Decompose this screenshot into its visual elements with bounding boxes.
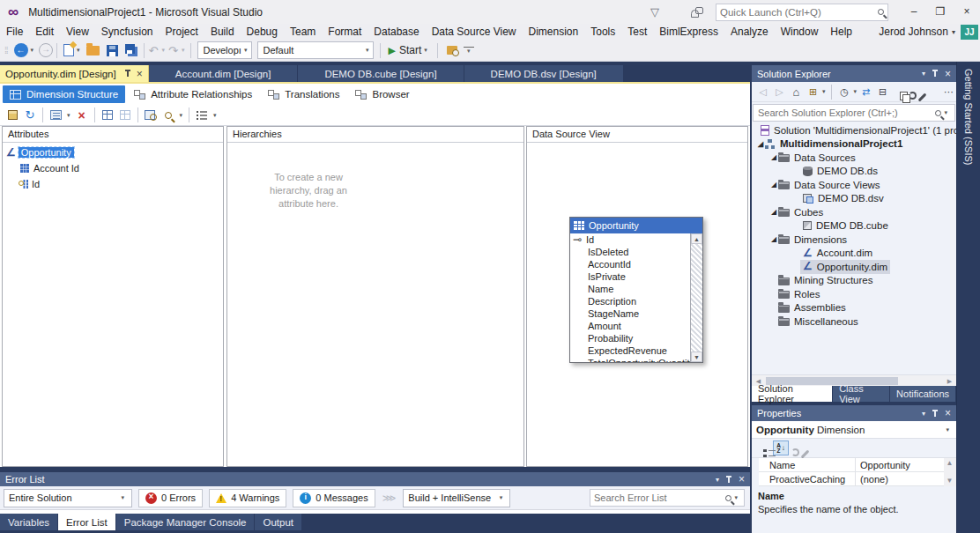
add-attribute-icon[interactable] bbox=[47, 107, 64, 124]
menu-test[interactable]: Test bbox=[621, 26, 653, 38]
tab-demo-db-dsv[interactable]: DEMO DB.dsv [Design] bbox=[464, 65, 624, 82]
tab-notifications[interactable]: Notifications bbox=[890, 386, 955, 402]
menu-dimension[interactable]: Dimension bbox=[523, 26, 585, 38]
explore-data-icon[interactable] bbox=[142, 107, 160, 124]
quick-launch-input[interactable] bbox=[720, 7, 878, 18]
menu-file[interactable]: File bbox=[0, 26, 29, 38]
pin-icon[interactable] bbox=[725, 476, 732, 484]
properties-scrollbar[interactable]: ▲ ▼ bbox=[944, 458, 956, 486]
menu-data-source-view[interactable]: Data Source View bbox=[426, 26, 523, 38]
tree-item-demo-db-cube[interactable]: DEMO DB.cube bbox=[752, 219, 956, 233]
forward-icon[interactable]: ▷ bbox=[772, 86, 787, 98]
window-position-dropdown-icon[interactable]: ▾ bbox=[716, 476, 719, 484]
menu-team[interactable]: Team bbox=[284, 26, 322, 38]
menu-debug[interactable]: Debug bbox=[241, 26, 284, 38]
table-field[interactable]: StageName bbox=[570, 307, 690, 320]
grid-view-icon[interactable] bbox=[99, 107, 116, 124]
table-field[interactable]: ⊸Id bbox=[570, 233, 690, 246]
tab-opportunity-dim[interactable]: Opportunity.dim [Design] × bbox=[0, 65, 149, 82]
table-field[interactable]: ExpectedRevenue bbox=[570, 344, 690, 357]
navigate-forward-button[interactable]: → bbox=[39, 43, 53, 57]
menu-syncfusion[interactable]: Syncfusion bbox=[95, 26, 160, 38]
pin-icon[interactable] bbox=[124, 70, 131, 78]
back-dropdown-icon[interactable]: ▾ bbox=[28, 47, 37, 54]
sync-with-active-document-icon[interactable]: ⇄ bbox=[858, 86, 873, 98]
reconnect-icon[interactable]: ↻ bbox=[21, 107, 39, 124]
close-button[interactable]: × bbox=[954, 0, 980, 24]
tab-browser[interactable]: Browser bbox=[348, 85, 416, 103]
sort-dropdown-icon[interactable]: ▾ bbox=[211, 112, 219, 119]
tree-item-demo-db-ds[interactable]: DEMO DB.ds bbox=[752, 165, 956, 179]
alphabetical-sort-icon[interactable]: AZ↓ bbox=[773, 440, 789, 455]
error-list-header[interactable]: Error List ▾ × bbox=[0, 472, 750, 486]
menu-bimlexpress[interactable]: BimlExpress bbox=[653, 26, 724, 38]
object-dropdown-icon[interactable]: ▾ bbox=[943, 426, 952, 433]
tree-item-data-source-views[interactable]: ◢ Data Source Views bbox=[752, 178, 956, 192]
table-field[interactable]: IsPrivate bbox=[570, 270, 690, 283]
tab-variables[interactable]: Variables bbox=[0, 514, 57, 530]
undo-dropdown-icon[interactable]: ▾ bbox=[160, 47, 168, 54]
close-icon[interactable]: × bbox=[945, 407, 951, 419]
process-icon[interactable] bbox=[4, 107, 21, 124]
solution-explorer-search-input[interactable] bbox=[758, 107, 935, 118]
attribute-item-account-id[interactable]: Account Id bbox=[3, 161, 223, 174]
undo-icon[interactable]: ↶ bbox=[148, 44, 160, 57]
clear-filter-icon[interactable]: ⋙ bbox=[382, 492, 397, 504]
navigate-back-button[interactable]: ← bbox=[14, 43, 28, 57]
messages-filter-button[interactable]: 0 Messages bbox=[293, 489, 375, 507]
user-dropdown-icon[interactable]: ▾ bbox=[952, 28, 955, 36]
properties-object-selector[interactable]: Opportunity Dimension ▾ bbox=[752, 421, 956, 439]
attribute-item-opportunity[interactable]: ∠ Opportunity bbox=[3, 145, 223, 159]
toolbar-overflow-icon[interactable]: ▾ bbox=[464, 47, 474, 55]
tab-output[interactable]: Output bbox=[255, 514, 301, 530]
solution-explorer-search-box[interactable]: ▾ bbox=[753, 104, 955, 122]
new-folder-dropdown-icon[interactable]: ▾ bbox=[822, 88, 826, 95]
error-list-search-input[interactable] bbox=[594, 492, 725, 503]
property-row-name[interactable]: Name Opportunity bbox=[752, 458, 956, 472]
tree-item-demo-db-dsv[interactable]: DEMO DB.dsv bbox=[752, 192, 956, 206]
expanded-arrow-icon[interactable]: ◢ bbox=[769, 208, 778, 216]
tree-item-miscellaneous[interactable]: Miscellaneous bbox=[752, 315, 956, 329]
tab-translations[interactable]: Translations bbox=[261, 85, 346, 103]
error-source-combo[interactable]: Build + IntelliSense ▾ bbox=[403, 489, 510, 507]
expanded-arrow-icon[interactable]: ◢ bbox=[769, 235, 778, 243]
save-all-icon[interactable] bbox=[125, 44, 135, 54]
tab-package-manager-console[interactable]: Package Manager Console bbox=[116, 514, 255, 530]
tab-getting-started-ssis[interactable]: Getting Started (SSIS) bbox=[963, 62, 974, 165]
error-scope-combo[interactable]: Entire Solution ▾ bbox=[4, 489, 132, 507]
tab-demo-db-cube[interactable]: DEMO DB.cube [Design] bbox=[298, 65, 464, 82]
tree-item-data-sources[interactable]: ◢ Data Sources bbox=[752, 151, 956, 165]
close-icon[interactable]: × bbox=[137, 68, 143, 80]
scroll-down-icon[interactable]: ▼ bbox=[691, 352, 702, 362]
error-list-search-box[interactable]: ▾ bbox=[590, 489, 745, 507]
menu-edit[interactable]: Edit bbox=[29, 26, 60, 38]
zoom-icon[interactable] bbox=[160, 107, 177, 124]
expanded-arrow-icon[interactable]: ◢ bbox=[769, 181, 778, 189]
table-field[interactable]: Name bbox=[570, 283, 690, 295]
toolbar-overflow-icon[interactable]: ⋯ bbox=[941, 86, 956, 98]
table-field[interactable]: TotalOpportunityQuantity bbox=[570, 357, 690, 363]
attribute-item-id[interactable]: Id bbox=[3, 177, 223, 190]
tree-item-account-dim[interactable]: ∠ Account.dim bbox=[752, 247, 956, 261]
quick-launch-box[interactable] bbox=[716, 4, 888, 21]
expanded-arrow-icon[interactable]: ◢ bbox=[769, 153, 778, 161]
menu-database[interactable]: Database bbox=[368, 26, 425, 38]
new-project-icon[interactable] bbox=[63, 44, 74, 56]
opportunity-table[interactable]: Opportunity ⊸Id IsDeleted AccountId IsPr… bbox=[569, 217, 703, 363]
solution-platform-combo[interactable]: Default ▾ bbox=[257, 41, 374, 59]
sort-list-icon[interactable] bbox=[193, 107, 211, 124]
user-avatar[interactable]: JJ bbox=[961, 25, 978, 40]
tree-item-dimensions[interactable]: ◢ Dimensions bbox=[752, 233, 956, 247]
tree-item-roles[interactable]: Roles bbox=[752, 287, 956, 301]
menu-tools[interactable]: Tools bbox=[584, 26, 621, 38]
start-debug-button[interactable]: ▶ Start ▾ bbox=[388, 44, 429, 56]
menu-help[interactable]: Help bbox=[824, 26, 858, 38]
feedback-icon[interactable] bbox=[691, 7, 703, 18]
scroll-up-icon[interactable]: ▲ bbox=[944, 458, 955, 469]
properties-header[interactable]: Properties ▾ × bbox=[752, 405, 956, 421]
new-folder-icon[interactable]: ⊞ bbox=[806, 86, 820, 98]
minimize-button[interactable]: – bbox=[901, 0, 927, 24]
pending-changes-dropdown-icon[interactable]: ▾ bbox=[854, 88, 858, 95]
tab-solution-explorer[interactable]: Solution Explorer bbox=[752, 386, 832, 402]
menu-format[interactable]: Format bbox=[322, 26, 368, 38]
